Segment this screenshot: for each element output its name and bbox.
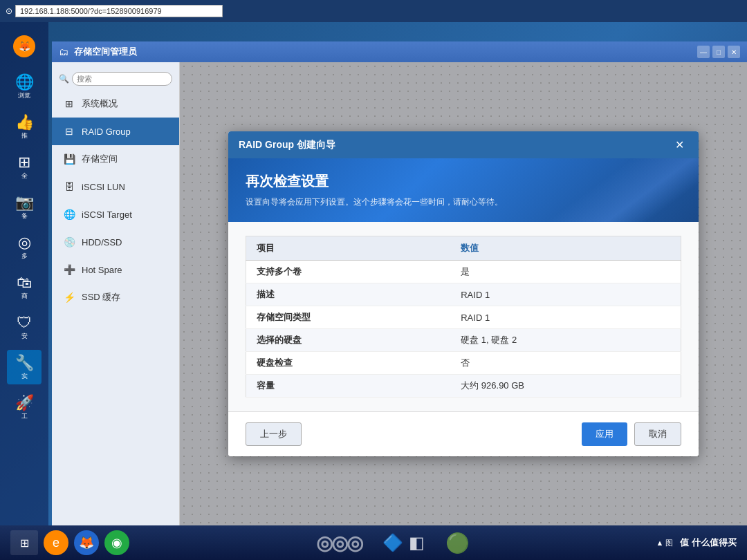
hdd-ssd-icon: 💿 xyxy=(62,235,76,249)
nav-search-area: 🔍 xyxy=(52,68,179,90)
wizard-close-btn[interactable]: ✕ xyxy=(671,137,688,153)
browser-taskbar: ⊙ 192.168.1.188:5000/?dc=1528900916979 xyxy=(0,0,747,22)
left-sidebar: 🦊 🌐 浏览 👍 推 ⊞ 全 📷 备 ◎ 多 🛍 商 🛡 安 xyxy=(0,22,48,525)
back-btn[interactable]: 上一步 xyxy=(246,422,302,446)
taskbar-logo-ie[interactable]: e xyxy=(44,530,68,555)
sidebar-item-label-iscsi-lun: iSCSI LUN xyxy=(82,182,125,192)
sidebar-item-label-iscsi-target: iSCSI Target xyxy=(82,209,132,220)
sidebar-item-iscsi-target[interactable]: 🌐 iSCSI Target xyxy=(52,200,179,228)
sidebar-item-overview[interactable]: ⊞ 系统概况 xyxy=(52,90,179,118)
settings-table: 项目 数值 支持多个卷是描述RAID 1存储空间类型RAID 1选择的硬盘硬盘 … xyxy=(246,236,681,398)
taskbar-right: ▲ 图 值 什么值得买 xyxy=(656,536,737,549)
taskbar-bottom: ⊞ e 🦊 ◉ ◎◎◎ 🔷 ◧ 🟢 ▲ 图 xyxy=(0,525,747,560)
ssd-cache-icon: ⚡ xyxy=(62,290,76,304)
iscsi-lun-icon: 🗄 xyxy=(62,180,76,194)
table-row: 支持多个卷是 xyxy=(246,261,681,283)
table-cell-value: 是 xyxy=(450,261,681,283)
sidebar-item-raid-group[interactable]: ⊟ RAID Group xyxy=(52,118,179,145)
taskbar-logo-chrome[interactable]: ◉ xyxy=(104,530,129,555)
sidebar-item-storage-space[interactable]: 💾 存储空间 xyxy=(52,145,179,173)
table-cell-item: 描述 xyxy=(246,283,451,306)
search-icon: 🔍 xyxy=(59,74,69,84)
taskbar-left: ⊞ e 🦊 ◉ xyxy=(10,530,129,555)
left-icon-circle[interactable]: ◎ 多 xyxy=(7,230,42,264)
hot-spare-icon: ➕ xyxy=(62,263,76,277)
left-icon-launch[interactable]: 🚀 工 xyxy=(7,390,42,424)
wizard-title: RAID Group 创建向导 xyxy=(239,139,335,151)
table-row: 容量大约 926.90 GB xyxy=(246,375,681,398)
table-cell-value: RAID 1 xyxy=(450,306,681,329)
start-btn[interactable]: ⊞ xyxy=(10,530,38,555)
table-row: 存储空间类型RAID 1 xyxy=(246,306,681,329)
wizard-footer: 上一步 应用 取消 xyxy=(228,411,699,456)
table-cell-item: 硬盘检查 xyxy=(246,352,451,375)
window-controls: — □ ✕ xyxy=(697,46,740,58)
left-icon-recommend[interactable]: 👍 推 xyxy=(7,109,42,144)
wizard-heading: 再次检查设置 xyxy=(246,172,681,191)
storage-manager-window: 🗂 存储空间管理员 — □ ✕ 🔍 ⊞ 系统概况 xyxy=(52,41,747,525)
cancel-btn[interactable]: 取消 xyxy=(634,422,681,446)
maximize-btn[interactable]: □ xyxy=(712,46,725,58)
table-cell-value: 硬盘 1, 硬盘 2 xyxy=(450,329,681,352)
footer-right-buttons: 应用 取消 xyxy=(582,422,681,446)
storage-titlebar: 🗂 存储空间管理员 — □ ✕ xyxy=(52,41,747,62)
table-cell-item: 选择的硬盘 xyxy=(246,329,451,352)
synology-logo: ◎◎◎ xyxy=(316,532,362,554)
content-area: RAID Group 创建向导 ✕ 再次检查设置 设置向导将会应用下列设置。这个… xyxy=(180,62,747,525)
system-tray: ▲ 图 xyxy=(656,538,673,548)
left-icon-all[interactable]: ⊞ 全 xyxy=(7,149,42,184)
sidebar-item-label-ssd-cache: SSD 缓存 xyxy=(82,291,120,304)
center-logos: 🔷 ◧ xyxy=(382,533,425,552)
table-row: 选择的硬盘硬盘 1, 硬盘 2 xyxy=(246,329,681,352)
close-main-btn[interactable]: ✕ xyxy=(728,46,740,58)
wizard-titlebar: RAID Group 创建向导 ✕ xyxy=(228,131,699,158)
col-value-header: 数值 xyxy=(450,236,681,261)
nav-search-input[interactable] xyxy=(72,72,172,86)
table-cell-item: 支持多个卷 xyxy=(246,261,451,283)
sidebar-item-hdd-ssd[interactable]: 💿 HDD/SSD xyxy=(52,228,179,256)
table-cell-item: 容量 xyxy=(246,375,451,398)
left-icon-browser[interactable]: 🦊 xyxy=(7,29,42,64)
sidebar-item-label-storage: 存储空间 xyxy=(82,153,118,165)
sidebar-item-label-overview: 系统概况 xyxy=(82,97,118,110)
sidebar-item-label-hot-spare: Hot Spare xyxy=(82,265,122,275)
storage-space-icon: 💾 xyxy=(62,152,76,166)
sidebar-item-hot-spare[interactable]: ➕ Hot Spare xyxy=(52,256,179,283)
apply-btn[interactable]: 应用 xyxy=(582,422,627,446)
iscsi-target-icon: 🌐 xyxy=(62,207,76,221)
left-icon-browse[interactable]: 🌐 浏览 xyxy=(7,69,42,104)
wizard-settings-content: 项目 数值 支持多个卷是描述RAID 1存储空间类型RAID 1选择的硬盘硬盘 … xyxy=(228,222,699,411)
address-bar[interactable]: 192.168.1.188:5000/?dc=1528900916979 xyxy=(15,5,223,17)
left-icon-shop[interactable]: 🛍 商 xyxy=(7,270,42,304)
table-row: 描述RAID 1 xyxy=(246,283,681,306)
table-cell-item: 存储空间类型 xyxy=(246,306,451,329)
minimize-btn[interactable]: — xyxy=(697,46,710,58)
left-icon-camera[interactable]: 📷 备 xyxy=(7,189,42,224)
sidebar-item-label-raid: RAID Group xyxy=(82,127,131,137)
sidebar-item-iscsi-lun[interactable]: 🗄 iSCSI LUN xyxy=(52,173,179,200)
table-cell-value: 否 xyxy=(450,352,681,375)
left-icon-settings[interactable]: 🔧 实 xyxy=(7,350,42,384)
desktop: ⊙ 192.168.1.188:5000/?dc=1528900916979 🦊… xyxy=(0,0,747,560)
table-row: 硬盘检查否 xyxy=(246,352,681,375)
table-cell-value: 大约 926.90 GB xyxy=(450,375,681,398)
table-cell-value: RAID 1 xyxy=(450,283,681,306)
sidebar-item-label-hdd-ssd: HDD/SSD xyxy=(82,237,122,248)
left-icon-security[interactable]: 🛡 安 xyxy=(7,310,42,344)
col-item-header: 项目 xyxy=(246,236,451,261)
green-circle-logo: 🟢 xyxy=(445,532,470,554)
wizard-modal: RAID Group 创建向导 ✕ 再次检查设置 设置向导将会应用下列设置。这个… xyxy=(228,131,699,456)
wizard-banner: 再次检查设置 设置向导将会应用下列设置。这个步骤将会花一些时间，请耐心等待。 xyxy=(228,158,699,222)
raid-group-icon: ⊟ xyxy=(62,124,76,138)
wizard-description: 设置向导将会应用下列设置。这个步骤将会花一些时间，请耐心等待。 xyxy=(246,196,681,208)
modal-overlay: RAID Group 创建向导 ✕ 再次检查设置 设置向导将会应用下列设置。这个… xyxy=(180,62,747,525)
nav-panel: 🔍 ⊞ 系统概况 ⊟ RAID Group 💾 存储空间 🗄 xyxy=(52,62,180,525)
taskbar-logo-browser[interactable]: 🦊 xyxy=(74,530,99,555)
overview-icon: ⊞ xyxy=(62,97,76,111)
sidebar-item-ssd-cache[interactable]: ⚡ SSD 缓存 xyxy=(52,283,179,311)
storage-manager-title: 存储空间管理员 xyxy=(74,46,137,58)
storage-body: 🔍 ⊞ 系统概况 ⊟ RAID Group 💾 存储空间 🗄 xyxy=(52,62,747,525)
watermark-text: 值 什么值得买 xyxy=(680,536,737,549)
